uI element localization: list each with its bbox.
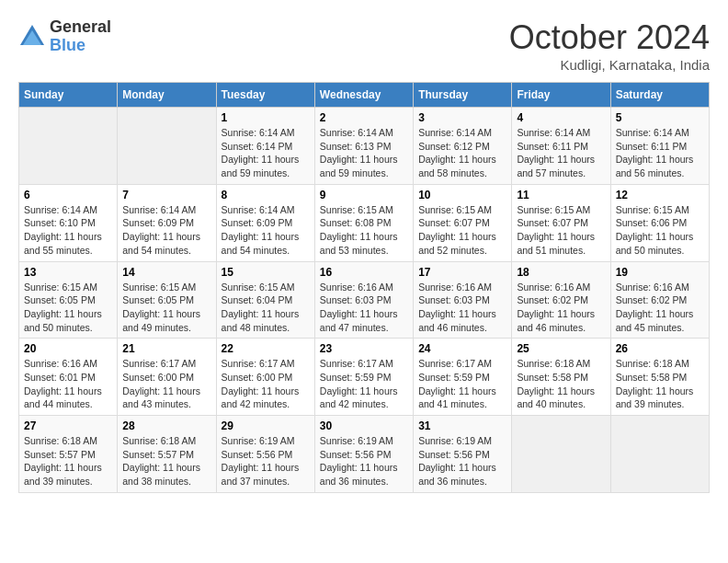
day-number: 31 [418,419,506,432]
day-info: Sunrise: 6:14 AM Sunset: 6:14 PM Dayligh… [222,126,310,180]
title-block: October 2024 Kudligi, Karnataka, India [509,18,710,73]
day-info: Sunrise: 6:19 AM Sunset: 5:56 PM Dayligh… [320,434,408,488]
location: Kudligi, Karnataka, India [509,57,710,73]
day-info: Sunrise: 6:15 AM Sunset: 6:07 PM Dayligh… [418,203,506,258]
weekday-header: Wednesday [314,83,413,108]
weekday-header: Saturday [610,83,709,108]
day-info: Sunrise: 6:16 AM Sunset: 6:03 PM Dayligh… [418,281,506,335]
calendar-cell: 23Sunrise: 6:17 AM Sunset: 5:59 PM Dayli… [314,339,413,416]
day-info: Sunrise: 6:17 AM Sunset: 6:00 PM Dayligh… [222,357,310,411]
day-number: 15 [222,266,310,279]
calendar-cell: 14Sunrise: 6:15 AM Sunset: 6:05 PM Dayli… [118,261,216,339]
calendar-cell: 7Sunrise: 6:14 AM Sunset: 6:09 PM Daylig… [118,184,216,261]
weekday-header: Friday [512,83,610,108]
day-number: 18 [517,266,605,279]
day-number: 8 [222,189,310,201]
day-number: 4 [517,111,605,124]
calendar-cell: 21Sunrise: 6:17 AM Sunset: 6:00 PM Dayli… [118,339,216,416]
day-number: 7 [122,189,210,201]
day-number: 27 [24,419,112,432]
day-info: Sunrise: 6:16 AM Sunset: 6:02 PM Dayligh… [616,281,704,335]
logo-blue: Blue [50,37,111,55]
weekday-header: Tuesday [216,83,314,108]
day-info: Sunrise: 6:19 AM Sunset: 5:56 PM Dayligh… [418,434,506,488]
day-number: 16 [320,266,408,279]
day-number: 25 [517,342,605,355]
day-number: 13 [24,266,112,279]
day-info: Sunrise: 6:16 AM Sunset: 6:03 PM Dayligh… [320,281,408,335]
logo-icon [18,23,46,51]
day-info: Sunrise: 6:14 AM Sunset: 6:09 PM Dayligh… [122,203,210,258]
day-info: Sunrise: 6:14 AM Sunset: 6:12 PM Dayligh… [418,126,506,180]
day-info: Sunrise: 6:18 AM Sunset: 5:57 PM Dayligh… [122,434,210,488]
calendar-cell: 11Sunrise: 6:15 AM Sunset: 6:07 PM Dayli… [512,184,610,261]
calendar-cell [610,416,709,493]
calendar-week-row: 1Sunrise: 6:14 AM Sunset: 6:14 PM Daylig… [19,108,710,185]
day-info: Sunrise: 6:14 AM Sunset: 6:09 PM Dayligh… [222,203,310,258]
day-info: Sunrise: 6:15 AM Sunset: 6:05 PM Dayligh… [122,281,210,335]
calendar-cell: 3Sunrise: 6:14 AM Sunset: 6:12 PM Daylig… [414,108,512,185]
calendar-cell [512,416,610,493]
day-info: Sunrise: 6:14 AM Sunset: 6:10 PM Dayligh… [24,203,112,258]
day-info: Sunrise: 6:19 AM Sunset: 5:56 PM Dayligh… [222,434,310,488]
day-number: 23 [320,342,408,355]
day-number: 22 [222,342,310,355]
day-number: 30 [320,419,408,432]
day-info: Sunrise: 6:14 AM Sunset: 6:11 PM Dayligh… [517,126,605,180]
calendar-cell: 1Sunrise: 6:14 AM Sunset: 6:14 PM Daylig… [216,108,314,185]
month-title: October 2024 [509,18,710,57]
calendar-cell: 12Sunrise: 6:15 AM Sunset: 6:06 PM Dayli… [610,184,709,261]
calendar-cell: 10Sunrise: 6:15 AM Sunset: 6:07 PM Dayli… [414,184,512,261]
day-info: Sunrise: 6:16 AM Sunset: 6:02 PM Dayligh… [517,281,605,335]
day-number: 26 [616,342,704,355]
day-number: 9 [320,189,408,201]
day-number: 2 [320,111,408,124]
day-number: 5 [616,111,704,124]
day-number: 11 [517,189,605,201]
calendar-cell: 27Sunrise: 6:18 AM Sunset: 5:57 PM Dayli… [19,416,118,493]
day-number: 10 [418,189,506,201]
day-info: Sunrise: 6:15 AM Sunset: 6:04 PM Dayligh… [222,281,310,335]
calendar-cell: 2Sunrise: 6:14 AM Sunset: 6:13 PM Daylig… [314,108,413,185]
day-info: Sunrise: 6:16 AM Sunset: 6:01 PM Dayligh… [24,357,112,411]
calendar-cell: 15Sunrise: 6:15 AM Sunset: 6:04 PM Dayli… [216,261,314,339]
calendar-cell: 24Sunrise: 6:17 AM Sunset: 5:59 PM Dayli… [414,339,512,416]
day-number: 17 [418,266,506,279]
day-number: 29 [222,419,310,432]
day-number: 12 [616,189,704,201]
day-info: Sunrise: 6:17 AM Sunset: 5:59 PM Dayligh… [418,357,506,411]
day-number: 20 [24,342,112,355]
day-info: Sunrise: 6:18 AM Sunset: 5:58 PM Dayligh… [517,357,605,411]
logo-general: General [50,18,111,37]
day-number: 21 [122,342,210,355]
weekday-header: Thursday [414,83,512,108]
calendar-cell: 16Sunrise: 6:16 AM Sunset: 6:03 PM Dayli… [314,261,413,339]
day-info: Sunrise: 6:17 AM Sunset: 5:59 PM Dayligh… [320,357,408,411]
page-header: General Blue October 2024 Kudligi, Karna… [18,18,710,73]
weekday-header: Sunday [19,83,118,108]
logo: General Blue [18,18,111,55]
calendar-cell [19,108,118,185]
day-number: 1 [222,111,310,124]
calendar-cell: 29Sunrise: 6:19 AM Sunset: 5:56 PM Dayli… [216,416,314,493]
day-info: Sunrise: 6:15 AM Sunset: 6:08 PM Dayligh… [320,203,408,258]
weekday-header-row: SundayMondayTuesdayWednesdayThursdayFrid… [19,83,710,108]
calendar-week-row: 6Sunrise: 6:14 AM Sunset: 6:10 PM Daylig… [19,184,710,261]
day-info: Sunrise: 6:18 AM Sunset: 5:58 PM Dayligh… [616,357,704,411]
logo-text: General Blue [50,18,111,55]
day-info: Sunrise: 6:15 AM Sunset: 6:07 PM Dayligh… [517,203,605,258]
calendar-week-row: 13Sunrise: 6:15 AM Sunset: 6:05 PM Dayli… [19,261,710,339]
calendar-week-row: 27Sunrise: 6:18 AM Sunset: 5:57 PM Dayli… [19,416,710,493]
calendar-cell: 30Sunrise: 6:19 AM Sunset: 5:56 PM Dayli… [314,416,413,493]
day-number: 3 [418,111,506,124]
day-number: 28 [122,419,210,432]
calendar-cell: 28Sunrise: 6:18 AM Sunset: 5:57 PM Dayli… [118,416,216,493]
day-number: 6 [24,189,112,201]
calendar-cell: 6Sunrise: 6:14 AM Sunset: 6:10 PM Daylig… [19,184,118,261]
calendar-cell: 31Sunrise: 6:19 AM Sunset: 5:56 PM Dayli… [414,416,512,493]
day-info: Sunrise: 6:18 AM Sunset: 5:57 PM Dayligh… [24,434,112,488]
calendar-week-row: 20Sunrise: 6:16 AM Sunset: 6:01 PM Dayli… [19,339,710,416]
day-number: 19 [616,266,704,279]
calendar-cell: 19Sunrise: 6:16 AM Sunset: 6:02 PM Dayli… [610,261,709,339]
calendar-cell: 20Sunrise: 6:16 AM Sunset: 6:01 PM Dayli… [19,339,118,416]
